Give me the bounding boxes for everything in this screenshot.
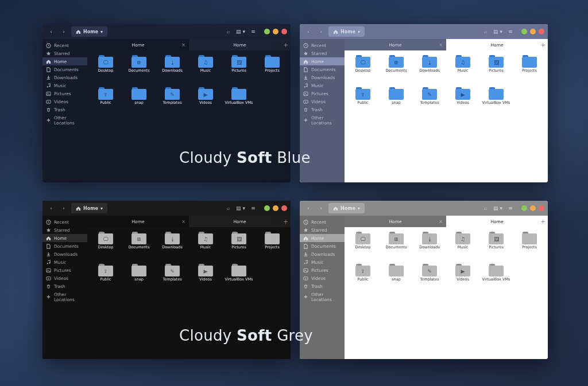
view-toggle-button[interactable]: ▤ ▾ (235, 203, 246, 213)
hamburger-menu-button[interactable]: ≡ (248, 26, 258, 37)
tab-active[interactable]: Home+ (189, 39, 291, 50)
sidebar-item-music[interactable]: Music (42, 81, 87, 89)
tab-inactive[interactable]: Home× (345, 216, 446, 227)
back-button[interactable]: ‹ (303, 26, 314, 37)
sidebar-item-other-locations[interactable]: Other Locations (42, 290, 87, 303)
sidebar-item-pictures[interactable]: Pictures (300, 266, 345, 274)
sidebar-item-videos[interactable]: Videos (42, 274, 87, 282)
folder-documents[interactable]: 🗎Documents (123, 232, 155, 262)
folder-public[interactable]: ⇪Public (90, 87, 122, 117)
maximize-button[interactable] (530, 205, 536, 211)
tab-active[interactable]: Home+ (189, 216, 291, 227)
folder-snap[interactable]: snap (380, 87, 412, 117)
tab-active[interactable]: Home+ (446, 216, 548, 227)
close-tab-icon[interactable]: × (181, 219, 185, 224)
sidebar-item-recent[interactable]: Recent (300, 41, 345, 49)
view-toggle-button[interactable]: ▤ ▾ (493, 203, 503, 213)
sidebar-item-music[interactable]: Music (300, 258, 345, 266)
close-tab-icon[interactable]: × (181, 42, 185, 48)
tab-inactive[interactable]: Home× (87, 216, 189, 227)
sidebar-item-pictures[interactable]: Pictures (300, 89, 345, 98)
folder-music[interactable]: ♫Music (447, 232, 479, 262)
minimize-button[interactable] (521, 205, 527, 211)
sidebar-item-starred[interactable]: Starred (300, 49, 345, 57)
new-tab-icon[interactable]: + (284, 42, 288, 48)
folder-desktop[interactable]: 🖵Desktop (347, 232, 379, 262)
back-button[interactable]: ‹ (46, 26, 56, 37)
sidebar-item-downloads[interactable]: Downloads (42, 250, 87, 258)
folder-downloads[interactable]: ⭳Downloads (413, 55, 446, 85)
minimize-button[interactable] (264, 29, 270, 34)
minimize-button[interactable] (264, 205, 270, 211)
folder-downloads[interactable]: ⭳Downloads (156, 55, 188, 85)
folder-pictures[interactable]: 🖼Pictures (480, 55, 512, 85)
sidebar-item-recent[interactable]: Recent (42, 41, 87, 49)
sidebar-item-trash[interactable]: Trash (42, 106, 87, 114)
folder-pictures[interactable]: 🖼Pictures (223, 55, 255, 85)
folder-music[interactable]: ♫Music (447, 55, 479, 85)
folder-public[interactable]: ⇪Public (347, 87, 379, 117)
folder-projects[interactable]: Projects (513, 232, 546, 262)
close-tab-icon[interactable]: × (439, 42, 443, 48)
folder-videos[interactable]: ▶Videos (447, 264, 479, 294)
folder-desktop[interactable]: 🖵Desktop (90, 232, 122, 262)
new-tab-icon[interactable]: + (541, 42, 546, 48)
path-chip[interactable]: Home▾ (71, 26, 107, 37)
sidebar-item-other-locations[interactable]: Other Locations (300, 290, 345, 303)
sidebar-item-pictures[interactable]: Pictures (42, 89, 87, 98)
sidebar-item-documents[interactable]: Documents (300, 242, 345, 250)
sidebar-item-trash[interactable]: Trash (300, 282, 345, 290)
folder-projects[interactable]: Projects (256, 55, 288, 85)
forward-button[interactable]: › (59, 203, 69, 213)
path-chip[interactable]: Home▾ (328, 26, 365, 37)
view-toggle-button[interactable]: ▤ ▾ (235, 26, 246, 37)
folder-templates[interactable]: ✎Templates (413, 87, 446, 117)
forward-button[interactable]: › (316, 26, 326, 37)
sidebar-item-home[interactable]: Home (300, 57, 345, 65)
folder-desktop[interactable]: 🖵Desktop (90, 55, 122, 85)
folder-templates[interactable]: ✎Templates (156, 87, 188, 117)
minimize-button[interactable] (521, 29, 527, 34)
folder-documents[interactable]: 🗎Documents (380, 55, 412, 85)
folder-documents[interactable]: 🗎Documents (380, 232, 412, 262)
folder-projects[interactable]: Projects (256, 232, 288, 262)
new-tab-icon[interactable]: + (284, 219, 288, 225)
folder-snap[interactable]: snap (123, 264, 155, 294)
folder-templates[interactable]: ✎Templates (156, 264, 188, 294)
folder-public[interactable]: ⇪Public (347, 264, 379, 294)
sidebar-item-music[interactable]: Music (42, 258, 87, 266)
tab-active[interactable]: Home+ (446, 39, 548, 50)
sidebar-item-trash[interactable]: Trash (42, 282, 87, 290)
folder-desktop[interactable]: 🖵Desktop (347, 55, 379, 85)
sidebar-item-other-locations[interactable]: Other Locations (300, 114, 345, 127)
close-tab-icon[interactable]: × (439, 219, 443, 224)
sidebar-item-downloads[interactable]: Downloads (42, 73, 87, 81)
sidebar-item-home[interactable]: Home (42, 234, 87, 242)
folder-virtualbox-vms[interactable]: VirtualBox VMs (480, 264, 512, 294)
folder-documents[interactable]: 🗎Documents (123, 55, 155, 85)
folder-public[interactable]: ⇪Public (90, 264, 122, 294)
folder-downloads[interactable]: ⭳Downloads (413, 232, 446, 262)
forward-button[interactable]: › (316, 203, 326, 213)
hamburger-menu-button[interactable]: ≡ (505, 203, 516, 213)
folder-snap[interactable]: snap (380, 264, 412, 294)
folder-virtualbox-vms[interactable]: VirtualBox VMs (223, 264, 255, 294)
folder-downloads[interactable]: ⭳Downloads (156, 232, 188, 262)
maximize-button[interactable] (273, 29, 278, 34)
folder-videos[interactable]: ▶Videos (447, 87, 479, 117)
maximize-button[interactable] (273, 205, 278, 211)
back-button[interactable]: ‹ (303, 203, 314, 213)
sidebar-item-recent[interactable]: Recent (300, 218, 345, 226)
sidebar-item-starred[interactable]: Starred (300, 226, 345, 234)
path-chip[interactable]: Home▾ (71, 203, 107, 213)
close-button[interactable] (281, 29, 287, 34)
path-chip[interactable]: Home▾ (328, 203, 365, 213)
icon-grid[interactable]: 🖵Desktop🗎Documents⭳Downloads♫Music🖼Pictu… (345, 227, 548, 359)
sidebar-item-videos[interactable]: Videos (300, 274, 345, 282)
sidebar-item-home[interactable]: Home (42, 57, 87, 65)
view-toggle-button[interactable]: ▤ ▾ (493, 26, 503, 37)
folder-virtualbox-vms[interactable]: VirtualBox VMs (223, 87, 255, 117)
sidebar-item-pictures[interactable]: Pictures (42, 266, 87, 274)
sidebar-item-documents[interactable]: Documents (300, 65, 345, 73)
sidebar-item-home[interactable]: Home (300, 234, 345, 242)
